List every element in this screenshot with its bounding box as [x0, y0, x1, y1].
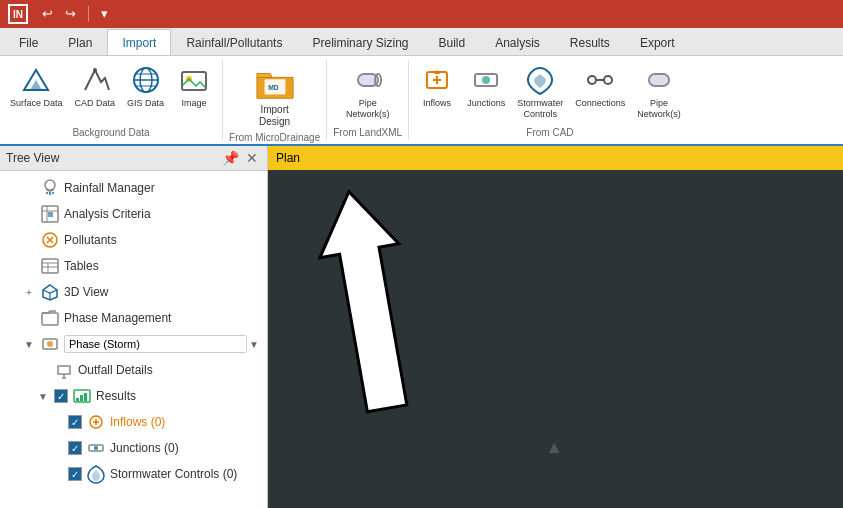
import-design-button[interactable]: MD ImportDesign	[249, 62, 301, 132]
import-design-label: ImportDesign	[259, 104, 290, 128]
tab-rainfall-pollutants[interactable]: Rainfall/Pollutants	[171, 29, 297, 55]
svg-point-48	[94, 446, 98, 450]
phase-management-icon	[40, 308, 60, 328]
svg-rect-44	[80, 395, 83, 401]
gis-data-button[interactable]: GIS Data	[123, 62, 168, 111]
tree-item-outfall-details[interactable]: Outfall Details	[0, 357, 267, 383]
ribbon-group-from-microdrainage: MD ImportDesign From MicroDrainage	[223, 60, 327, 140]
connections-button[interactable]: Connections	[571, 62, 629, 111]
toolbar-separator	[88, 6, 89, 22]
inflows-checkbox[interactable]: ✓	[68, 415, 82, 429]
ribbon-group-from-landxml: PipeNetwork(s) From LandXML	[327, 60, 409, 140]
tree-item-3d-view[interactable]: + 3D View	[0, 279, 267, 305]
stormwater-checkbox[interactable]: ✓	[68, 467, 82, 481]
phase-storm-icon	[40, 334, 60, 354]
undo-button[interactable]: ↩	[38, 6, 57, 22]
image-icon	[178, 64, 210, 96]
junctions-label: Junctions (0)	[110, 441, 259, 455]
junctions-label: Junctions	[467, 98, 505, 109]
redo-button[interactable]: ↪	[61, 6, 80, 22]
surface-data-button[interactable]: Surface Data	[6, 62, 67, 111]
svg-rect-32	[48, 212, 53, 217]
ribbon-group-background-data-items: Surface Data CAD Data	[6, 60, 216, 127]
results-icon	[72, 386, 92, 406]
tree-item-rainfall-manager[interactable]: Rainfall Manager	[0, 175, 267, 201]
3d-view-expand[interactable]: +	[22, 285, 36, 299]
junctions-expand[interactable]	[50, 441, 64, 455]
inflows-label: Inflows (0)	[110, 415, 259, 429]
tree-item-inflows[interactable]: ✓ Inflows (0)	[0, 409, 267, 435]
junctions-tree-icon	[86, 438, 106, 458]
arrow-svg	[278, 170, 498, 420]
tree-item-analysis-criteria[interactable]: Analysis Criteria	[0, 201, 267, 227]
tree-panel-pin-button[interactable]: 📌	[221, 149, 239, 167]
tree-item-results[interactable]: ▼ ✓ Results	[0, 383, 267, 409]
outfall-icon	[54, 360, 74, 380]
junctions-checkbox[interactable]: ✓	[68, 441, 82, 455]
3d-view-icon	[40, 282, 60, 302]
svg-text:MD: MD	[268, 84, 279, 91]
junctions-button[interactable]: Junctions	[463, 62, 509, 111]
ribbon-tabs: File Plan Import Rainfall/Pollutants Pre…	[0, 28, 843, 56]
pipe-network-landxml-button[interactable]: PipeNetwork(s)	[342, 62, 394, 122]
pollutants-expand[interactable]	[22, 233, 36, 247]
tab-import[interactable]: Import	[107, 29, 171, 55]
gis-data-icon	[130, 64, 162, 96]
results-expand[interactable]: ▼	[36, 389, 50, 403]
results-label: Results	[96, 389, 259, 403]
tab-results[interactable]: Results	[555, 29, 625, 55]
results-checkbox[interactable]: ✓	[54, 389, 68, 403]
inflows-button[interactable]: Inflows	[415, 62, 459, 111]
phase-storm-expand[interactable]: ▼	[22, 337, 36, 351]
tree-item-phase-storm[interactable]: ▼ Phase (Storm) ▼	[0, 331, 267, 357]
analysis-criteria-expand[interactable]	[22, 207, 36, 221]
tab-analysis[interactable]: Analysis	[480, 29, 555, 55]
svg-point-19	[482, 76, 490, 84]
cad-data-button[interactable]: CAD Data	[71, 62, 120, 111]
svg-rect-24	[649, 74, 669, 86]
mouse-cursor: ▲	[545, 437, 563, 458]
canvas-header: Plan	[268, 146, 843, 170]
tree-item-stormwater-controls[interactable]: ✓ Stormwater Controls (0)	[0, 461, 267, 487]
rainfall-manager-expand[interactable]	[22, 181, 36, 195]
phase-management-expand[interactable]	[22, 311, 36, 325]
tree-content: Rainfall Manager Analysis Criteria	[0, 171, 267, 508]
tables-expand[interactable]	[22, 259, 36, 273]
tree-item-tables[interactable]: Tables	[0, 253, 267, 279]
phase-dropdown[interactable]: Phase (Storm)	[64, 335, 247, 353]
ribbon-group-from-cad: Inflows Junctions Stormw	[409, 60, 691, 140]
surface-data-icon	[20, 64, 52, 96]
connections-icon	[584, 64, 616, 96]
pipe-network-landxml-icon	[352, 64, 384, 96]
outfall-expand[interactable]	[36, 363, 50, 377]
tab-file[interactable]: File	[4, 29, 53, 55]
background-data-group-label: Background Data	[72, 127, 149, 140]
import-design-icon: MD	[255, 66, 295, 102]
stormwater-controls-button[interactable]: StormwaterControls	[513, 62, 567, 122]
tree-view-panel: Tree View 📌 ✕ Rainfall	[0, 146, 268, 508]
stormwater-controls-label: Stormwater Controls (0)	[110, 467, 259, 481]
tab-preliminary-sizing[interactable]: Preliminary Sizing	[297, 29, 423, 55]
inflows-expand[interactable]	[50, 415, 64, 429]
outfall-details-label: Outfall Details	[78, 363, 259, 377]
tree-panel-close-button[interactable]: ✕	[243, 149, 261, 167]
tab-build[interactable]: Build	[423, 29, 480, 55]
svg-point-20	[588, 76, 596, 84]
rainfall-manager-label: Rainfall Manager	[64, 181, 259, 195]
tree-item-junctions[interactable]: ✓ Junctions (0)	[0, 435, 267, 461]
tree-panel-header-controls: 📌 ✕	[221, 149, 261, 167]
tree-panel-header: Tree View 📌 ✕	[0, 146, 267, 171]
svg-point-3	[93, 68, 97, 72]
tab-export[interactable]: Export	[625, 29, 690, 55]
tree-item-phase-management[interactable]: Phase Management	[0, 305, 267, 331]
image-button[interactable]: Image	[172, 62, 216, 111]
pipe-network-cad-button[interactable]: PipeNetwork(s)	[633, 62, 685, 122]
stormwater-expand[interactable]	[50, 467, 64, 481]
tree-item-pollutants[interactable]: Pollutants	[0, 227, 267, 253]
pipe-network-cad-label: PipeNetwork(s)	[637, 98, 681, 120]
quick-access-more[interactable]: ▾	[97, 6, 112, 22]
phase-dropdown-arrow[interactable]: ▼	[249, 339, 259, 350]
rainfall-manager-icon	[40, 178, 60, 198]
tab-plan[interactable]: Plan	[53, 29, 107, 55]
tables-icon	[40, 256, 60, 276]
